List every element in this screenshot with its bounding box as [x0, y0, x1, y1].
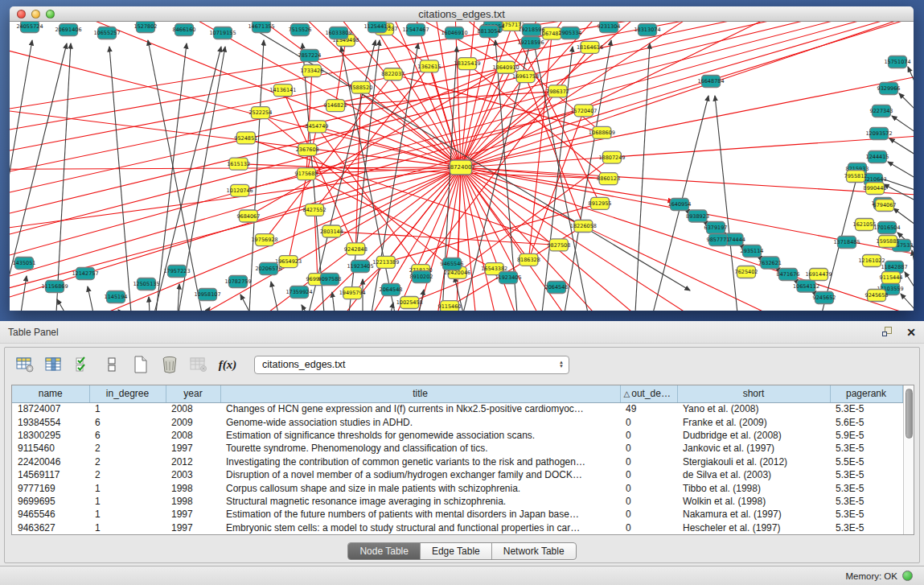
- table-cell[interactable]: 0: [620, 415, 677, 428]
- black-edge[interactable]: [534, 43, 588, 311]
- red-edge[interactable]: [10, 22, 914, 255]
- graph-node[interactable]: 10782759: [224, 276, 251, 288]
- graph-node[interactable]: 9242848: [344, 243, 368, 255]
- column-header[interactable]: title: [220, 385, 620, 402]
- graph-node[interactable]: 8990448: [864, 183, 887, 195]
- graph-node[interactable]: 10025458: [396, 297, 423, 309]
- column-header[interactable]: △out_de…: [620, 385, 677, 402]
- graph-node[interactable]: 19495794: [339, 287, 366, 299]
- graph-node[interactable]: 1615132: [227, 158, 250, 170]
- graph-node[interactable]: 9857771: [707, 234, 730, 246]
- table-cell[interactable]: 5.3E-5: [830, 508, 902, 521]
- red-edge[interactable]: [314, 210, 318, 279]
- red-edge[interactable]: [10, 22, 461, 167]
- memory-status-icon[interactable]: [902, 571, 913, 581]
- black-edge[interactable]: [149, 297, 150, 311]
- graph-node[interactable]: 11923405: [347, 261, 373, 273]
- graph-node[interactable]: 16914479: [805, 269, 832, 281]
- table-cell[interactable]: 9699695: [12, 495, 89, 508]
- graph-node[interactable]: 14671355: [248, 22, 274, 33]
- red-edge[interactable]: [10, 22, 461, 167]
- graph-node[interactable]: 9684067: [236, 210, 260, 222]
- graph-node[interactable]: 17016504: [873, 222, 900, 234]
- table-header-row[interactable]: namein_degreeyeartitle△out_de…shortpager…: [12, 385, 902, 402]
- graph-node[interactable]: 17957223: [163, 266, 190, 278]
- table-cell[interactable]: 5.3E-5: [830, 481, 902, 494]
- table-row[interactable]: 946554611997Estimation of the future num…: [12, 508, 902, 521]
- table-row[interactable]: 2242004622012Investigating the contribut…: [12, 455, 902, 468]
- graph-node[interactable]: 1733426: [300, 64, 323, 76]
- column-header[interactable]: name: [12, 385, 89, 402]
- black-edge[interactable]: [56, 43, 71, 311]
- graph-node[interactable]: 7857224: [298, 50, 322, 62]
- red-edge[interactable]: [461, 167, 697, 311]
- black-edge[interactable]: [391, 303, 393, 311]
- graph-node[interactable]: 7515526: [289, 24, 312, 36]
- table-cell[interactable]: 9465546: [12, 508, 89, 521]
- black-edge[interactable]: [892, 116, 914, 132]
- table-cell[interactable]: 5.5E-5: [830, 455, 902, 468]
- table-cell[interactable]: 18300295: [12, 429, 89, 442]
- table-cell[interactable]: Hescheler et al. (1997): [677, 521, 830, 534]
- table-cell[interactable]: 5.3E-5: [830, 495, 902, 508]
- table-cell[interactable]: 5.3E-5: [830, 468, 902, 481]
- graph-node[interactable]: 9827508: [547, 239, 570, 251]
- table-row[interactable]: 1456911722003Disruption of a novel membe…: [12, 468, 902, 481]
- black-edge[interactable]: [332, 292, 335, 311]
- table-cell[interactable]: 9115460: [12, 442, 89, 455]
- column-visibility-icon[interactable]: [42, 352, 66, 377]
- table-row[interactable]: 946362711997Embryonic stem cells: a mode…: [12, 521, 902, 534]
- function-builder-icon[interactable]: f(x): [216, 352, 240, 377]
- window-titlebar[interactable]: citations_edges.txt: [10, 6, 914, 22]
- table-cell[interactable]: 1: [89, 521, 166, 534]
- delete-table-icon[interactable]: [187, 352, 211, 377]
- black-edge[interactable]: [889, 138, 914, 154]
- graph-node[interactable]: 6379197: [704, 222, 728, 234]
- graph-node[interactable]: 7632621: [758, 257, 782, 269]
- red-edge[interactable]: [461, 22, 818, 167]
- black-edge[interactable]: [893, 208, 914, 225]
- graph-node[interactable]: 10654112: [793, 280, 819, 292]
- trash-icon[interactable]: [158, 352, 182, 377]
- graph-node[interactable]: 12547467: [402, 24, 429, 36]
- graph-node[interactable]: 24055724: [16, 22, 43, 33]
- table-cell[interactable]: 19384554: [12, 415, 89, 428]
- float-panel-icon[interactable]: [882, 326, 895, 339]
- table-cell[interactable]: 9777169: [12, 481, 89, 494]
- black-edge[interactable]: [302, 305, 306, 311]
- table-cell[interactable]: Corpus callosum shape and size in male p…: [220, 481, 620, 494]
- graph-node[interactable]: 18226058: [570, 220, 597, 233]
- graph-node[interactable]: 1595885: [877, 236, 900, 248]
- graph-node[interactable]: 10719155: [209, 27, 236, 39]
- table-cell[interactable]: 0: [620, 508, 677, 521]
- graph-node[interactable]: 2064548: [380, 284, 403, 296]
- graph-node[interactable]: 12213389: [372, 256, 399, 268]
- table-cell[interactable]: 1998: [166, 495, 220, 508]
- table-cell[interactable]: Tibbo et al. (1998): [677, 481, 830, 494]
- black-edge[interactable]: [905, 272, 914, 288]
- tab-network-table[interactable]: Network Table: [492, 543, 576, 559]
- graph-node[interactable]: 18724007: [446, 160, 475, 175]
- graph-node[interactable]: 16961758: [512, 71, 539, 83]
- table-cell[interactable]: 1997: [166, 508, 220, 521]
- graph-node[interactable]: 1588520: [349, 81, 372, 93]
- graph-node[interactable]: 8938923: [686, 210, 709, 222]
- table-row[interactable]: 1830029562008Estimation of significance …: [12, 429, 902, 442]
- table-cell[interactable]: 2009: [166, 415, 220, 428]
- black-edge[interactable]: [88, 286, 93, 311]
- column-header[interactable]: pagerank: [830, 385, 902, 402]
- graph-node[interactable]: 8427552: [303, 204, 326, 216]
- graph-node[interactable]: 11254419: [363, 22, 390, 33]
- graph-node[interactable]: 19218596: [518, 24, 544, 36]
- graph-node[interactable]: 9524851: [234, 132, 257, 144]
- table-cell[interactable]: Jankovic et al. (1997): [677, 442, 830, 455]
- node-table-grid[interactable]: namein_degreeyeartitle△out_de…shortpager…: [12, 385, 903, 534]
- black-edge[interactable]: [57, 299, 65, 311]
- graph-node[interactable]: 13718485: [833, 237, 860, 249]
- red-edge[interactable]: [10, 22, 461, 167]
- tab-edge-table[interactable]: Edge Table: [421, 543, 492, 559]
- graph-node[interactable]: 8912955: [589, 197, 612, 209]
- graph-node[interactable]: 12505135: [133, 278, 159, 290]
- graph-node[interactable]: 8471676: [777, 269, 800, 281]
- graph-node[interactable]: 9227343: [870, 105, 893, 117]
